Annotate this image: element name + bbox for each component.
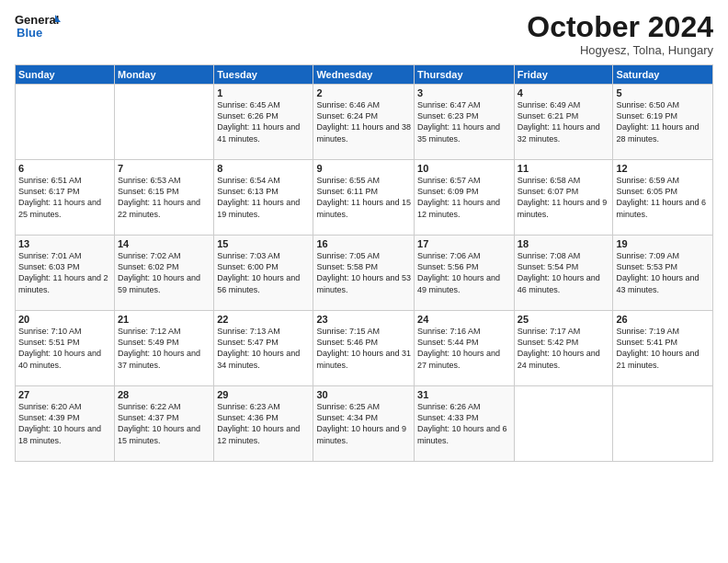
day-info: Sunset: 6:15 PM <box>118 186 210 197</box>
day-info: Sunset: 4:33 PM <box>417 412 511 423</box>
day-info: Sunrise: 6:49 AM <box>518 99 610 110</box>
calendar-cell <box>613 386 713 462</box>
calendar-cell: 19Sunrise: 7:09 AMSunset: 5:53 PMDayligh… <box>613 236 713 311</box>
calendar-week-4: 20Sunrise: 7:10 AMSunset: 5:51 PMDayligh… <box>16 311 713 386</box>
month-title: October 2024 <box>527 11 713 43</box>
logo-svg: General Blue <box>15 11 61 44</box>
day-number: 10 <box>417 163 511 174</box>
calendar-cell: 14Sunrise: 7:02 AMSunset: 6:02 PMDayligh… <box>115 236 214 311</box>
day-info: Daylight: 11 hours and 2 minutes. <box>18 272 111 294</box>
day-number: 20 <box>18 314 111 325</box>
col-thursday: Thursday <box>415 65 515 85</box>
day-info: Daylight: 11 hours and 35 minutes. <box>417 121 511 144</box>
calendar-cell: 6Sunrise: 6:51 AMSunset: 6:17 PMDaylight… <box>16 160 115 236</box>
day-info: Daylight: 10 hours and 59 minutes. <box>118 272 210 294</box>
day-info: Sunset: 5:53 PM <box>616 261 710 272</box>
day-info: Sunrise: 7:01 AM <box>18 250 111 261</box>
day-number: 22 <box>217 314 310 325</box>
calendar-cell <box>514 386 613 462</box>
day-info: Daylight: 10 hours and 53 minutes. <box>316 272 411 294</box>
day-info: Sunset: 6:24 PM <box>316 110 411 121</box>
day-info: Daylight: 11 hours and 9 minutes. <box>518 197 610 219</box>
day-info: Daylight: 10 hours and 34 minutes. <box>217 348 310 370</box>
day-number: 5 <box>616 87 710 98</box>
calendar-week-3: 13Sunrise: 7:01 AMSunset: 6:03 PMDayligh… <box>16 236 713 311</box>
day-info: Sunrise: 7:08 AM <box>518 250 610 261</box>
day-info: Daylight: 10 hours and 9 minutes. <box>316 423 411 445</box>
calendar-cell: 24Sunrise: 7:16 AMSunset: 5:44 PMDayligh… <box>415 311 515 386</box>
calendar-cell <box>115 85 214 160</box>
day-info: Sunrise: 6:50 AM <box>616 99 710 110</box>
header: General Blue October 2024 Hogyesz, Tolna… <box>15 11 713 57</box>
day-number: 1 <box>217 87 310 98</box>
calendar-header: Sunday Monday Tuesday Wednesday Thursday… <box>16 65 713 85</box>
page: General Blue October 2024 Hogyesz, Tolna… <box>0 0 728 563</box>
day-info: Sunrise: 7:03 AM <box>217 250 310 261</box>
calendar-cell: 12Sunrise: 6:59 AMSunset: 6:05 PMDayligh… <box>613 160 713 236</box>
day-info: Daylight: 10 hours and 43 minutes. <box>616 272 710 294</box>
day-number: 21 <box>118 314 210 325</box>
calendar-cell: 31Sunrise: 6:26 AMSunset: 4:33 PMDayligh… <box>415 386 515 462</box>
day-info: Sunset: 5:51 PM <box>18 337 111 348</box>
day-number: 30 <box>316 389 411 400</box>
day-number: 18 <box>518 238 610 249</box>
day-info: Sunset: 5:47 PM <box>217 337 310 348</box>
day-info: Sunrise: 7:12 AM <box>118 326 210 337</box>
day-number: 17 <box>417 238 511 249</box>
day-info: Sunset: 6:23 PM <box>417 110 511 121</box>
day-number: 31 <box>417 389 511 400</box>
day-info: Daylight: 10 hours and 6 minutes. <box>417 423 511 445</box>
calendar-table: Sunday Monday Tuesday Wednesday Thursday… <box>15 64 713 462</box>
day-info: Sunrise: 6:26 AM <box>417 401 511 412</box>
day-info: Daylight: 10 hours and 18 minutes. <box>18 423 111 445</box>
calendar-cell: 4Sunrise: 6:49 AMSunset: 6:21 PMDaylight… <box>514 85 613 160</box>
day-info: Daylight: 10 hours and 49 minutes. <box>417 272 511 294</box>
day-info: Sunset: 4:34 PM <box>316 412 411 423</box>
svg-text:Blue: Blue <box>17 26 42 40</box>
day-info: Sunset: 6:19 PM <box>616 110 710 121</box>
day-number: 19 <box>616 238 710 249</box>
day-number: 27 <box>18 389 111 400</box>
day-number: 24 <box>417 314 511 325</box>
calendar-cell: 20Sunrise: 7:10 AMSunset: 5:51 PMDayligh… <box>16 311 115 386</box>
day-number: 28 <box>118 389 210 400</box>
calendar-cell: 27Sunrise: 6:20 AMSunset: 4:39 PMDayligh… <box>16 386 115 462</box>
day-number: 23 <box>316 314 411 325</box>
col-tuesday: Tuesday <box>214 65 313 85</box>
day-info: Sunset: 6:13 PM <box>217 186 310 197</box>
calendar-cell: 2Sunrise: 6:46 AMSunset: 6:24 PMDaylight… <box>313 85 415 160</box>
day-info: Sunrise: 6:45 AM <box>217 99 310 110</box>
day-info: Daylight: 11 hours and 32 minutes. <box>518 121 610 144</box>
location-subtitle: Hogyesz, Tolna, Hungary <box>527 43 713 57</box>
day-info: Sunset: 6:09 PM <box>417 186 511 197</box>
day-info: Sunrise: 7:19 AM <box>616 326 710 337</box>
day-info: Daylight: 10 hours and 27 minutes. <box>417 348 511 370</box>
header-row: Sunday Monday Tuesday Wednesday Thursday… <box>16 65 713 85</box>
calendar-cell: 16Sunrise: 7:05 AMSunset: 5:58 PMDayligh… <box>313 236 415 311</box>
day-info: Sunrise: 6:23 AM <box>217 401 310 412</box>
day-info: Sunrise: 6:55 AM <box>316 175 411 186</box>
day-number: 6 <box>18 163 111 174</box>
day-number: 7 <box>118 163 210 174</box>
day-info: Sunrise: 6:53 AM <box>118 175 210 186</box>
calendar-cell: 25Sunrise: 7:17 AMSunset: 5:42 PMDayligh… <box>514 311 613 386</box>
calendar-cell: 1Sunrise: 6:45 AMSunset: 6:26 PMDaylight… <box>214 85 313 160</box>
day-info: Daylight: 10 hours and 24 minutes. <box>518 348 610 370</box>
day-info: Sunset: 5:46 PM <box>316 337 411 348</box>
day-info: Sunrise: 6:59 AM <box>616 175 710 186</box>
day-info: Sunset: 5:58 PM <box>316 261 411 272</box>
day-info: Daylight: 10 hours and 21 minutes. <box>616 348 710 370</box>
svg-text:General: General <box>15 13 59 27</box>
day-info: Sunset: 6:26 PM <box>217 110 310 121</box>
day-info: Daylight: 10 hours and 12 minutes. <box>217 423 310 445</box>
col-monday: Monday <box>115 65 214 85</box>
day-number: 25 <box>518 314 610 325</box>
calendar-cell: 28Sunrise: 6:22 AMSunset: 4:37 PMDayligh… <box>115 386 214 462</box>
day-number: 8 <box>217 163 310 174</box>
day-info: Sunrise: 6:22 AM <box>118 401 210 412</box>
day-info: Daylight: 11 hours and 12 minutes. <box>417 197 511 219</box>
day-info: Sunrise: 7:13 AM <box>217 326 310 337</box>
day-number: 13 <box>18 238 111 249</box>
day-info: Sunset: 4:36 PM <box>217 412 310 423</box>
calendar-cell: 10Sunrise: 6:57 AMSunset: 6:09 PMDayligh… <box>415 160 515 236</box>
